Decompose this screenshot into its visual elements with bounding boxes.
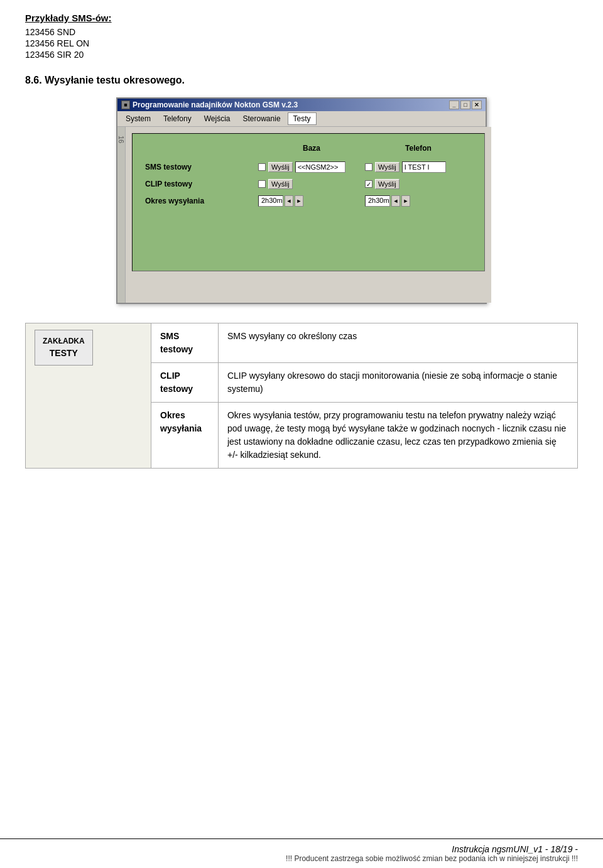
sms-telefon-cell: Wyślij I TEST I	[365, 161, 472, 173]
sms-baza-checkbox[interactable]	[258, 163, 266, 171]
sms-testowy-desc-cell: SMS wysyłany co określony czas	[218, 323, 577, 363]
okres-telefon-cell: 2h30m ◄ ►	[365, 195, 472, 207]
menu-sterowanie[interactable]: Sterowanie	[237, 112, 286, 125]
zakl-box: ZAKŁADKA TESTY	[35, 330, 93, 366]
sms-baza-button[interactable]: Wyślij	[268, 162, 293, 172]
clip-testowy-label: CLIP testowy	[145, 180, 258, 188]
info-table: ZAKŁADKA TESTY SMS testowy SMS wysyłany …	[25, 323, 578, 469]
telefon-spinner-up[interactable]: ►	[401, 195, 410, 207]
zakl-subtitle: TESTY	[43, 347, 85, 360]
zakl-title: ZAKŁADKA	[43, 335, 85, 347]
menu-system[interactable]: System	[120, 112, 156, 125]
telefon-header: Telefon	[365, 144, 472, 153]
sms-baza-cell: Wyślij <<NGSM2>>	[258, 161, 365, 173]
footer-line2: !!! Producent zastrzega sobie możliwość …	[286, 854, 578, 863]
clip-telefon-button[interactable]: Wyślij	[375, 179, 399, 189]
green-area: Baza Telefon SMS testowy Wyślij <<NGSM2>…	[132, 133, 485, 271]
clip-testowy-label-cell: CLIP testowy	[151, 363, 219, 403]
zakl-testy-cell: ZAKŁADKA TESTY	[26, 323, 151, 469]
okres-wysylania-label-cell: Okres wysyłania	[151, 403, 219, 469]
code-line-1: 123456 SND	[25, 27, 578, 37]
menu-testy[interactable]: Testy	[288, 112, 317, 125]
footer: Instrukcja ngsmUNI_v1 - 18/19 - !!! Prod…	[0, 838, 603, 868]
clip-testowy-desc-cell: CLIP wysyłany okresowo do stacji monitor…	[218, 363, 577, 403]
clip-baza-checkbox[interactable]	[258, 180, 266, 188]
app-icon: ■	[121, 100, 130, 109]
row-okres-wysylania: Okres wysyłania 2h30m ◄ ► 2h30m	[145, 195, 472, 207]
telefon-spinner-down[interactable]: ◄	[391, 195, 400, 207]
okres-wysylania-table-label: Okres wysyłania	[160, 410, 202, 433]
sms-testowy-table-label: SMS testowy	[160, 331, 193, 354]
menu-wejscia[interactable]: Wejścia	[198, 112, 236, 125]
clip-testowy-table-label: CLIP testowy	[160, 371, 193, 394]
app-window: ■ Programowanie nadajników Nokton GSM v.…	[116, 97, 487, 304]
baza-spinner-value[interactable]: 2h30m	[258, 195, 283, 207]
title-bar-buttons: _ □ ✕	[449, 100, 482, 109]
sms-telefon-checkbox[interactable]	[365, 163, 372, 171]
left-panel: 16	[117, 127, 126, 303]
row-clip-testowy: CLIP testowy Wyślij Wyślij	[145, 179, 472, 189]
sms-testowy-label: SMS testowy	[145, 163, 258, 171]
menu-telefony[interactable]: Telefony	[158, 112, 197, 125]
column-headers: Baza Telefon	[258, 144, 472, 153]
code-line-3: 123456 SIR 20	[25, 50, 578, 60]
maximize-button[interactable]: □	[460, 100, 470, 109]
footer-line1: Instrukcja ngsmUNI_v1 - 18/19 -	[452, 844, 578, 854]
sms-telefon-button[interactable]: Wyślij	[375, 162, 399, 172]
okres-baza-cell: 2h30m ◄ ►	[258, 195, 365, 207]
main-panel: Baza Telefon SMS testowy Wyślij <<NGSM2>…	[126, 127, 491, 303]
telefon-spinner-group: 2h30m ◄ ►	[365, 195, 410, 207]
menu-bar: System Telefony Wejścia Sterowanie Testy	[117, 111, 486, 127]
window-title: Programowanie nadajników Nokton GSM v.2.…	[133, 100, 298, 109]
row-sms-testowy: SMS testowy Wyślij <<NGSM2>> Wyślij I TE…	[145, 161, 472, 173]
baza-spinner-group: 2h30m ◄ ►	[258, 195, 303, 207]
section-heading: 8.6. Wysyłanie testu okresowego.	[25, 75, 578, 86]
baza-spinner-down[interactable]: ◄	[285, 195, 293, 207]
examples-header: Przykłady SMS-ów:	[25, 13, 578, 23]
title-bar: ■ Programowanie nadajników Nokton GSM v.…	[117, 99, 486, 111]
app-body: 16 Baza Telefon SMS testowy	[117, 127, 486, 303]
clip-baza-button[interactable]: Wyślij	[268, 179, 293, 189]
clip-telefon-checkbox[interactable]	[365, 180, 372, 188]
baza-spinner-up[interactable]: ►	[295, 195, 303, 207]
okres-wysylania-desc-cell: Okres wysyłania testów, przy programowan…	[218, 403, 577, 469]
clip-telefon-cell: Wyślij	[365, 179, 472, 189]
clip-baza-cell: Wyślij	[258, 179, 365, 189]
sms-testowy-label-cell: SMS testowy	[151, 323, 219, 363]
code-line-2: 123456 REL ON	[25, 38, 578, 48]
info-table-header-row: ZAKŁADKA TESTY SMS testowy SMS wysyłany …	[26, 323, 578, 363]
examples-label: Przykłady SMS-ów:	[25, 13, 112, 23]
sms-telefon-field[interactable]: I TEST I	[402, 161, 446, 173]
telefon-spinner-value[interactable]: 2h30m	[365, 195, 390, 207]
minimize-button[interactable]: _	[449, 100, 459, 109]
left-panel-number: 16	[117, 136, 125, 143]
close-button[interactable]: ✕	[472, 100, 482, 109]
baza-header: Baza	[258, 144, 365, 153]
okres-wysylania-label: Okres wysyłania	[145, 197, 258, 205]
sms-baza-field[interactable]: <<NGSM2>>	[295, 161, 345, 173]
